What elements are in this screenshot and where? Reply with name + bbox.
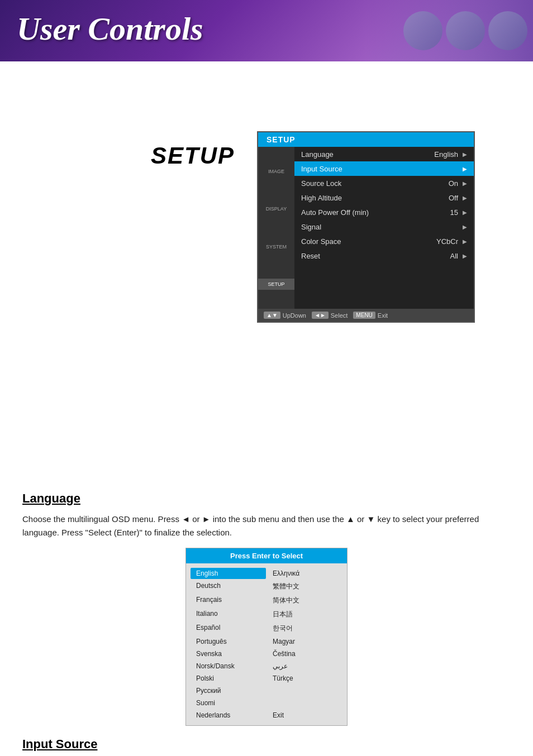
- lang-turkish[interactable]: Türkçe: [267, 673, 342, 684]
- osd-inner: IMAGE DISPLAY SYSTEM SETUP Language Engl…: [258, 147, 474, 309]
- lang-deutsch[interactable]: Deutsch: [191, 580, 266, 593]
- lang-cestina[interactable]: Čeština: [267, 648, 342, 659]
- lang-simplified-chinese[interactable]: 简体中文: [267, 594, 342, 607]
- language-section: Language Choose the multilingual OSD men…: [22, 491, 511, 726]
- input-source-section-title: Input Source: [22, 737, 511, 752]
- language-section-description: Choose the multilingual OSD menu. Press …: [22, 513, 511, 539]
- osd-title: SETUP: [258, 132, 474, 147]
- osd-row-input-source[interactable]: Input Source ▶: [294, 161, 474, 176]
- lang-arabic[interactable]: عربي: [267, 661, 342, 672]
- language-popup-header: Press Enter to Select: [186, 548, 347, 563]
- lang-francais[interactable]: Français: [191, 594, 266, 607]
- lang-greek[interactable]: Ελληνικά: [267, 568, 342, 579]
- lang-english[interactable]: English: [191, 568, 266, 579]
- osd-rows: Language English ▶ Input Source ▶ Source…: [294, 147, 474, 309]
- lang-magyar[interactable]: Magyar: [267, 636, 342, 647]
- lang-nederlands[interactable]: Nederlands: [191, 710, 266, 721]
- osd-row-source-lock[interactable]: Source Lock On ▶: [294, 176, 474, 190]
- circle-2: [446, 11, 485, 50]
- osd-row-auto-power-off[interactable]: Auto Power Off (min) 15 ▶: [294, 205, 474, 219]
- osd-area: SETUP SETUP IMAGE DISPLAY SYSTEM SETUP L…: [0, 61, 533, 268]
- osd-row-color-space[interactable]: Color Space YCbCr ▶: [294, 234, 474, 248]
- header-circles: [403, 11, 533, 50]
- lang-empty-1: [267, 685, 342, 696]
- page-content: Language Choose the multilingual OSD men…: [0, 480, 533, 756]
- sidebar-item-image[interactable]: IMAGE: [258, 166, 294, 177]
- osd-sidebar: IMAGE DISPLAY SYSTEM SETUP: [258, 147, 294, 309]
- osd-row-signal[interactable]: Signal ▶: [294, 219, 474, 234]
- circle-1: [403, 11, 442, 50]
- osd-footer-updown: ▲▼ UpDown: [264, 312, 306, 319]
- header-decoration: [365, 0, 533, 61]
- setup-title: SETUP: [151, 142, 235, 169]
- lang-espanol[interactable]: Español: [191, 622, 266, 635]
- lang-suomi[interactable]: Suomi: [191, 697, 266, 709]
- lang-russian[interactable]: Русский: [191, 685, 266, 696]
- osd-row-reset[interactable]: Reset All ▶: [294, 248, 474, 263]
- lang-italiano[interactable]: Italiano: [191, 608, 266, 621]
- osd-footer-menu: MENU Exit: [353, 312, 388, 319]
- language-popup: Press Enter to Select English Ελληνικά D…: [185, 548, 348, 726]
- header-banner: User Controls: [0, 0, 533, 61]
- lang-polski[interactable]: Polski: [191, 673, 266, 684]
- setup-label: SETUP: [151, 142, 235, 169]
- language-grid: English Ελληνικά Deutsch 繁體中文 Français 简…: [186, 563, 347, 725]
- language-section-title: Language: [22, 491, 511, 506]
- lang-svenska[interactable]: Svenska: [191, 648, 266, 659]
- lang-empty-2: [267, 697, 342, 709]
- page-title: User Controls: [17, 10, 203, 47]
- input-source-section: Input Source Use this option to enable /…: [22, 737, 511, 756]
- osd-row-high-altitude[interactable]: High Altitude Off ▶: [294, 190, 474, 205]
- sidebar-item-display[interactable]: DISPLAY: [258, 203, 294, 214]
- osd-footer: ▲▼ UpDown ◄► Select MENU Exit: [258, 309, 474, 322]
- sidebar-item-system[interactable]: SYSTEM: [258, 241, 294, 252]
- sidebar-item-setup[interactable]: SETUP: [258, 279, 294, 290]
- osd-row-language[interactable]: Language English ▶: [294, 147, 474, 161]
- lang-norsk-dansk[interactable]: Norsk/Dansk: [191, 661, 266, 672]
- page-wrapper: User Controls SETUP SETUP IMAGE DISPLAY …: [0, 0, 533, 756]
- lang-exit[interactable]: Exit: [267, 710, 342, 721]
- circle-3: [488, 11, 527, 50]
- osd-menu: SETUP IMAGE DISPLAY SYSTEM SETUP Languag…: [257, 131, 475, 323]
- lang-korean[interactable]: 한국어: [267, 622, 342, 635]
- osd-footer-select: ◄► Select: [312, 312, 348, 319]
- lang-portugues[interactable]: Português: [191, 636, 266, 647]
- lang-japanese[interactable]: 日本語: [267, 608, 342, 621]
- lang-traditional-chinese[interactable]: 繁體中文: [267, 580, 342, 593]
